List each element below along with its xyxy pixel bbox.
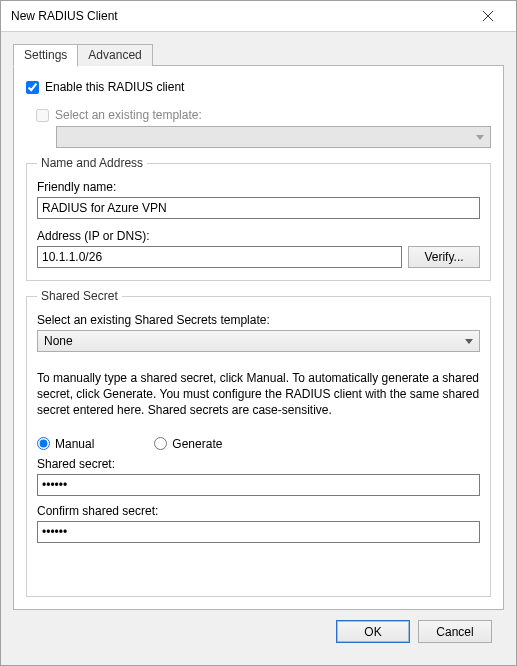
confirm-secret-input[interactable]	[37, 521, 480, 543]
dialog-window: New RADIUS Client Settings Advanced Enab…	[0, 0, 517, 666]
chevron-down-icon	[476, 135, 484, 140]
enable-client-row: Enable this RADIUS client	[26, 80, 491, 94]
friendly-name-input[interactable]	[37, 197, 480, 219]
existing-template-row: Select an existing template:	[36, 108, 491, 122]
shared-secret-template-value: None	[44, 334, 73, 348]
confirm-secret-label: Confirm shared secret:	[37, 504, 480, 518]
shared-secret-template-dropdown[interactable]: None	[37, 330, 480, 352]
radio-generate[interactable]	[154, 437, 167, 450]
shared-secret-input[interactable]	[37, 474, 480, 496]
address-label: Address (IP or DNS):	[37, 229, 480, 243]
address-input[interactable]	[37, 246, 402, 268]
friendly-name-label: Friendly name:	[37, 180, 480, 194]
radio-manual-item[interactable]: Manual	[37, 437, 94, 451]
window-title: New RADIUS Client	[11, 9, 118, 23]
enable-client-label: Enable this RADIUS client	[45, 80, 184, 94]
tab-advanced[interactable]: Advanced	[77, 44, 152, 66]
close-button[interactable]	[468, 2, 508, 30]
tab-strip: Settings Advanced	[13, 44, 504, 66]
existing-template-dropdown	[56, 126, 491, 148]
dialog-footer: OK Cancel	[13, 610, 504, 655]
group-name-address: Name and Address Friendly name: Address …	[26, 156, 491, 281]
group-shared-secret: Shared Secret Select an existing Shared …	[26, 289, 491, 597]
radio-generate-item[interactable]: Generate	[154, 437, 222, 451]
existing-template-label: Select an existing template:	[55, 108, 202, 122]
ok-button[interactable]: OK	[336, 620, 410, 643]
existing-template-checkbox[interactable]	[36, 109, 49, 122]
shared-secret-label: Shared secret:	[37, 457, 480, 471]
dialog-body: Settings Advanced Enable this RADIUS cli…	[1, 32, 516, 665]
radio-manual[interactable]	[37, 437, 50, 450]
tab-settings[interactable]: Settings	[13, 44, 78, 67]
cancel-button[interactable]: Cancel	[418, 620, 492, 643]
verify-button[interactable]: Verify...	[408, 246, 480, 268]
shared-secret-info: To manually type a shared secret, click …	[37, 370, 480, 419]
chevron-down-icon	[465, 339, 473, 344]
shared-secret-template-label: Select an existing Shared Secrets templa…	[37, 313, 480, 327]
group-shared-secret-legend: Shared Secret	[37, 289, 122, 303]
radio-manual-label: Manual	[55, 437, 94, 451]
group-name-address-legend: Name and Address	[37, 156, 147, 170]
tab-panel-settings: Enable this RADIUS client Select an exis…	[13, 65, 504, 610]
close-icon	[483, 11, 493, 21]
titlebar: New RADIUS Client	[1, 1, 516, 32]
enable-client-checkbox[interactable]	[26, 81, 39, 94]
secret-mode-radios: Manual Generate	[37, 437, 480, 451]
radio-generate-label: Generate	[172, 437, 222, 451]
